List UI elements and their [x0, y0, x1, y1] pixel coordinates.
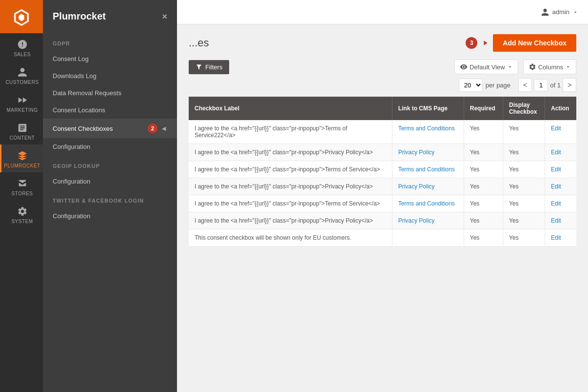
panel-item-gdpr-configuration[interactable]: Configuration — [43, 138, 177, 155]
cell-cms-page[interactable]: Privacy Policy — [392, 178, 464, 195]
panel-item-geoip-configuration[interactable]: Configuration — [43, 173, 177, 190]
columns-dropdown[interactable]: Columns — [523, 60, 576, 74]
cell-checkbox-label: I agree to the <a href="{{url}}" class="… — [189, 195, 392, 212]
cell-action[interactable]: Edit — [545, 120, 576, 144]
arrow-left-icon: ◄ — [160, 124, 167, 132]
cell-required: Yes — [464, 195, 503, 212]
cell-action[interactable]: Edit — [545, 212, 576, 229]
th-required: Required — [464, 97, 503, 120]
user-icon — [541, 8, 549, 17]
per-page-select[interactable]: 20 30 50 per page — [459, 79, 510, 92]
panel-item-consent-checkboxes[interactable]: Consent Checkboxes 2 ◄ — [43, 119, 177, 138]
cell-action[interactable]: Edit — [545, 229, 576, 247]
cell-display: Yes — [503, 195, 545, 212]
cell-action[interactable]: Edit — [545, 144, 576, 161]
cell-checkbox-label: I agree to the <a href="{{url}}" class="… — [189, 144, 392, 161]
plumrocket-panel: Plumrocket × GDPR Consent Log Downloads … — [43, 0, 177, 392]
cell-display: Yes — [503, 120, 545, 144]
pagination-nav: < 1 of 1 > — [518, 78, 576, 92]
cell-required: Yes — [464, 178, 503, 195]
cell-action[interactable]: Edit — [545, 178, 576, 195]
sidebar-item-content[interactable]: CONTENT — [0, 117, 43, 144]
main-content: admin ...es 3 Add New Checkbox Filters — [177, 0, 588, 392]
panel-item-data-removal[interactable]: Data Removal Requests — [43, 84, 177, 102]
cell-cms-page[interactable]: Terms and Conditions — [392, 120, 464, 144]
table-row: I agree to the <a href="{{url}}" class="… — [189, 195, 576, 212]
chevron-down-icon — [572, 9, 578, 15]
sidebar-item-system[interactable]: SYSTEM — [0, 200, 43, 228]
sidebar-item-system-label: SYSTEM — [11, 219, 33, 224]
current-page: 1 — [534, 79, 548, 91]
sidebar-item-marketing[interactable]: MARKETING — [0, 89, 43, 117]
gear-icon — [529, 63, 536, 71]
cell-cms-page[interactable]: Privacy Policy — [392, 144, 464, 161]
pagination-area: 20 30 50 per page < 1 of 1 > — [189, 78, 576, 92]
cell-display: Yes — [503, 144, 545, 161]
sidebar-item-plumrocket[interactable]: PLUMROCKET — [0, 144, 43, 172]
cell-cms-page[interactable] — [392, 229, 464, 247]
sidebar-item-plumrocket-label: PLUMROCKET — [4, 163, 40, 168]
cell-cms-page[interactable]: Privacy Policy — [392, 212, 464, 229]
sidebar-item-stores-label: STORES — [12, 191, 33, 196]
panel-header: Plumrocket × — [43, 0, 177, 33]
admin-user-menu[interactable]: admin — [541, 8, 578, 17]
view-dropdown[interactable]: Default View — [454, 60, 518, 74]
cell-checkbox-label: I agree to the <a href="{{url}}" class="… — [189, 161, 392, 178]
add-button-area: 3 Add New Checkbox — [466, 34, 576, 52]
sidebar-item-stores[interactable]: STORES — [0, 172, 43, 200]
toolbar-right: Default View Columns — [454, 60, 576, 74]
per-page-label: per page — [486, 82, 510, 89]
panel-item-consent-log[interactable]: Consent Log — [43, 50, 177, 67]
table-row: This consent checkbox will be shown only… — [189, 229, 576, 247]
panel-title: Plumrocket — [53, 11, 106, 22]
cell-action[interactable]: Edit — [545, 161, 576, 178]
toolbar: Filters Default View Columns — [189, 60, 576, 74]
cell-display: Yes — [503, 229, 545, 247]
panel-item-consent-locations[interactable]: Consent Locations — [43, 102, 177, 119]
cell-required: Yes — [464, 120, 503, 144]
twitter-fb-section-label: Twitter & Facebook Login — [43, 190, 177, 207]
cell-checkbox-label: I agree to the <a href="{{url}}" class="… — [189, 120, 392, 144]
filters-button[interactable]: Filters — [189, 60, 229, 74]
page-title-area: ...es 3 Add New Checkbox — [189, 34, 576, 52]
th-action: Action — [545, 97, 576, 120]
panel-close-button[interactable]: × — [162, 12, 167, 21]
logo[interactable] — [0, 0, 43, 33]
th-link-cms: Link to CMS Page — [392, 97, 464, 120]
cell-display: Yes — [503, 178, 545, 195]
cell-required: Yes — [464, 144, 503, 161]
panel-item-geoip-configuration-label: Configuration — [53, 178, 90, 185]
panel-item-twfb-configuration[interactable]: Configuration — [43, 207, 177, 225]
total-pages: of 1 — [550, 82, 561, 89]
next-page-button[interactable]: > — [563, 78, 576, 92]
panel-item-downloads-log[interactable]: Downloads Log — [43, 67, 177, 84]
sidebar-item-sales-label: SALES — [14, 52, 31, 57]
prev-page-button[interactable]: < — [518, 78, 532, 92]
arrow-right-icon — [481, 39, 489, 47]
admin-username: admin — [552, 8, 569, 16]
add-new-checkbox-button[interactable]: Add New Checkbox — [493, 34, 576, 52]
sidebar-item-sales[interactable]: SALES — [0, 33, 43, 61]
table-row: I agree to the <a href="{{url}}" class="… — [189, 120, 576, 144]
table-row: I agree to the <a href="{{url}}" class="… — [189, 144, 576, 161]
panel-item-consent-log-label: Consent Log — [53, 55, 89, 62]
sidebar-item-customers[interactable]: CUSTOMERS — [0, 61, 43, 89]
cell-display: Yes — [503, 161, 545, 178]
cell-cms-page[interactable]: Terms and Conditions — [392, 195, 464, 212]
table-row: I agree to the <a href="{{url}}" class="… — [189, 212, 576, 229]
step2-badge: 2 — [148, 124, 157, 133]
panel-item-gdpr-configuration-label: Configuration — [53, 143, 90, 150]
cell-checkbox-label: I agree to the <a href="{{url}}" class="… — [189, 178, 392, 195]
cell-action[interactable]: Edit — [545, 195, 576, 212]
panel-item-data-removal-label: Data Removal Requests — [53, 89, 121, 97]
panel-item-twfb-configuration-label: Configuration — [53, 212, 90, 220]
geoip-section-label: GeoIP Lookup — [43, 155, 177, 173]
content-area: ...es 3 Add New Checkbox Filters Default… — [177, 24, 588, 392]
panel-item-consent-checkboxes-label: Consent Checkboxes — [53, 125, 113, 132]
cell-required: Yes — [464, 229, 503, 247]
sidebar-item-marketing-label: MARKETING — [7, 107, 38, 113]
step3-badge: 3 — [466, 37, 477, 49]
per-page-dropdown[interactable]: 20 30 50 — [459, 79, 483, 92]
cell-cms-page[interactable]: Terms and Conditions — [392, 161, 464, 178]
th-checkbox-label: Checkbox Label — [189, 97, 392, 120]
